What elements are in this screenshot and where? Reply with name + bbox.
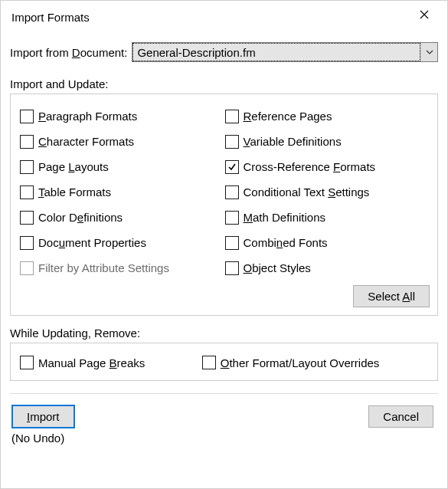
checkbox-box [20, 236, 34, 250]
checkbox-box [225, 135, 239, 149]
import-from-row: Import from Document: General-Descriptio… [10, 39, 438, 62]
checkbox-box [225, 236, 239, 250]
import-update-label: Import and Update: [10, 77, 438, 90]
document-properties-checkbox[interactable]: Document Properties [20, 230, 225, 255]
page-layouts-checkbox[interactable]: Page Layouts [20, 154, 225, 179]
checkbox-box [225, 185, 239, 199]
checkbox-label: Character Formats [38, 135, 134, 148]
checkbox-box [202, 356, 216, 369]
checkbox-label: Reference Pages [244, 110, 332, 123]
while-updating-label: While Updating, Remove: [10, 327, 438, 340]
checkbox-label: Other Format/Layout Overrides [221, 356, 380, 369]
character-formats-checkbox[interactable]: Character Formats [20, 129, 225, 154]
cancel-button[interactable]: Cancel [368, 405, 433, 428]
table-formats-checkbox[interactable]: Table Formats [20, 179, 225, 205]
reference-pages-checkbox[interactable]: Reference Pages [225, 103, 430, 129]
object-styles-checkbox[interactable]: Object Styles [225, 255, 430, 281]
dropdown-button[interactable] [420, 43, 437, 61]
checkbox-label: Combined Fonts [244, 236, 328, 249]
checkbox-box [225, 261, 239, 275]
checkbox-label: Color Definitions [38, 211, 123, 224]
import-button[interactable]: Import [11, 405, 75, 428]
cross-reference-formats-checkbox[interactable]: Cross-Reference Formats [225, 154, 430, 179]
color-definitions-checkbox[interactable]: Color Definitions [20, 205, 225, 230]
import-update-panel: Paragraph FormatsCharacter FormatsPage L… [10, 94, 438, 316]
paragraph-formats-checkbox[interactable]: Paragraph Formats [20, 103, 225, 129]
close-icon [420, 10, 429, 19]
separator [10, 393, 438, 394]
checkbox-label: Manual Page Breaks [38, 356, 145, 369]
checkbox-box [225, 211, 239, 225]
checkbox-label: Filter by Attribute Settings [38, 261, 169, 274]
checkbox-label: Conditional Text Settings [244, 185, 370, 199]
math-definitions-checkbox[interactable]: Math Definitions [225, 205, 430, 230]
remove-grid: Manual Page Breaks Other Format/Layout O… [20, 353, 430, 372]
window-title: Import Formats [11, 11, 407, 24]
checkbox-label: Document Properties [38, 236, 146, 249]
other-overrides-checkbox[interactable]: Other Format/Layout Overrides [202, 353, 430, 372]
select-all-button[interactable]: Select All [353, 285, 430, 307]
filter-by-attribute-settings-checkbox: Filter by Attribute Settings [20, 255, 225, 281]
import-from-value: General-Description.fm [132, 43, 420, 61]
variable-definitions-checkbox[interactable]: Variable Definitions [225, 129, 430, 154]
import-from-label: Import from Document: [10, 46, 127, 59]
footer: Import Cancel [10, 405, 438, 428]
checkbox-box [20, 110, 34, 123]
no-undo-label: (No Undo) [10, 428, 438, 445]
close-button[interactable] [407, 3, 441, 26]
checkbox-box [20, 356, 34, 369]
checkbox-box [225, 110, 239, 123]
title-bar: Import Formats [1, 1, 447, 33]
checkbox-box [20, 211, 34, 225]
checkbox-label: Page Layouts [38, 160, 109, 173]
checkbox-box [20, 261, 34, 275]
format-check-grid: Paragraph FormatsCharacter FormatsPage L… [20, 103, 430, 281]
manual-page-breaks-checkbox[interactable]: Manual Page Breaks [20, 353, 202, 372]
while-updating-panel: Manual Page Breaks Other Format/Layout O… [10, 343, 438, 381]
checkbox-box [20, 185, 34, 199]
checkbox-label: Paragraph Formats [38, 110, 137, 123]
combined-fonts-checkbox[interactable]: Combined Fonts [225, 230, 430, 255]
checkbox-box [225, 160, 239, 174]
chevron-down-icon [426, 50, 433, 54]
import-from-document-select[interactable]: General-Description.fm [132, 42, 438, 62]
dialog-content: Import from Document: General-Descriptio… [1, 33, 447, 445]
checkbox-label: Cross-Reference Formats [244, 160, 376, 173]
conditional-text-settings-checkbox[interactable]: Conditional Text Settings [225, 179, 430, 205]
checkbox-box [20, 135, 34, 149]
checkbox-box [20, 160, 34, 174]
checkbox-label: Math Definitions [244, 211, 326, 224]
checkbox-label: Object Styles [244, 261, 311, 274]
checkbox-label: Variable Definitions [244, 135, 342, 148]
checkbox-label: Table Formats [38, 185, 111, 199]
